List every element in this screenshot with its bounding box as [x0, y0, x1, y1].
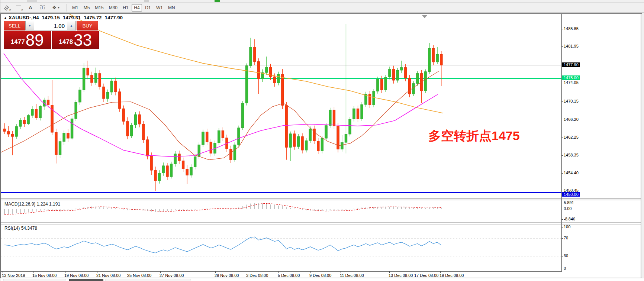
axis-tick — [33, 271, 33, 273]
axis-tick — [561, 120, 563, 120]
sell-button[interactable]: SELL — [4, 21, 25, 30]
candle-body — [416, 74, 419, 84]
axis-tick — [561, 269, 563, 269]
candle-body — [158, 173, 161, 181]
chart-window: ▲XAUUSD-,H41479.151479.311475.721477.90 … — [0, 13, 642, 278]
candle-body — [317, 141, 319, 151]
toolbar-fragment-green — [215, 0, 220, 2]
time-axis-label: 21 Nov 08:00 — [96, 273, 120, 278]
candle-body — [400, 68, 403, 70]
candle-body — [380, 79, 383, 90]
candle-body — [23, 120, 26, 124]
line-studies-toolbar: E F A T ❖▼ M1M5M15M30H1H4D1W1MN — [0, 3, 644, 13]
price-axis-label: 100 — [564, 225, 570, 229]
price-axis-label: 5.891 — [564, 200, 574, 205]
candle-body — [162, 166, 165, 173]
price-chart-canvas[interactable] — [1, 14, 643, 278]
candle-body — [341, 142, 343, 149]
timeframe-button-H4[interactable]: H4 — [132, 4, 142, 12]
timeframe-button-D1[interactable]: D1 — [143, 4, 153, 12]
candle-body — [91, 75, 93, 83]
candle-body — [389, 69, 391, 77]
candle-body — [273, 77, 276, 83]
text-label-icon[interactable]: A — [25, 4, 36, 12]
candle-body — [289, 134, 292, 148]
arrows-tool-icon[interactable]: ❖▼ — [49, 4, 64, 12]
candle-body — [325, 126, 328, 138]
candle-body — [118, 92, 121, 109]
candle-body — [35, 109, 38, 117]
buy-button[interactable]: BUY — [77, 21, 98, 30]
price-axis-label: 1454.40 — [564, 171, 579, 175]
price-axis-label: 1458.35 — [564, 153, 579, 157]
collapse-arrow-icon[interactable]: ▲ — [4, 16, 7, 20]
time-axis-label: 5 Dec 08:00 — [278, 273, 300, 278]
timeframe-button-MN[interactable]: MN — [166, 4, 177, 12]
candle-body — [329, 110, 331, 126]
axis-tick — [128, 271, 128, 273]
volume-increase-button[interactable]: ▲ — [67, 21, 76, 30]
axis-tick — [97, 271, 97, 273]
axis-tick — [561, 46, 563, 47]
candle-body — [253, 47, 256, 61]
time-axis-label: 13 Nov 2019 — [2, 273, 25, 278]
axis-tick — [561, 238, 563, 239]
ohlc-low: 1475.72 — [84, 15, 102, 20]
price-axis-label: 1470.15 — [564, 99, 579, 103]
candle-body — [206, 132, 208, 142]
timeframe-button-M5[interactable]: M5 — [81, 4, 92, 12]
candle-body — [87, 68, 89, 75]
buy-price-big: 33 — [74, 32, 92, 48]
candle-body — [146, 140, 149, 156]
candle-body — [134, 114, 137, 125]
candle-body — [377, 79, 379, 91]
candle-body — [357, 109, 359, 119]
timeframe-button-H1[interactable]: H1 — [120, 4, 131, 12]
axis-tick — [561, 83, 563, 83]
candle-body — [39, 106, 42, 118]
candle-body — [3, 129, 6, 131]
axis-tick — [561, 29, 563, 29]
candle-body — [265, 67, 268, 72]
timeframe-button-M30[interactable]: M30 — [107, 4, 120, 12]
equidistant-channel-icon[interactable]: E — [1, 4, 12, 12]
candle-body — [174, 154, 177, 164]
chart-shift-marker-icon[interactable] — [422, 15, 427, 18]
candle-body — [138, 114, 141, 124]
chart-tab[interactable] — [3, 279, 66, 281]
macd-signal-line — [4, 203, 441, 214]
candle-body — [31, 109, 33, 115]
candle-body — [293, 134, 296, 146]
price-axis-label: 1462.25 — [564, 135, 579, 139]
axis-tick — [440, 271, 441, 273]
candle-body — [130, 125, 133, 136]
sell-quote-box[interactable]: 1477 89 — [4, 31, 51, 49]
volume-input[interactable]: 1.00 — [34, 21, 67, 30]
buy-quote-box[interactable]: 1478 33 — [52, 31, 99, 49]
timeframe-button-M1[interactable]: M1 — [70, 4, 81, 12]
chart-tab-active[interactable] — [69, 279, 103, 281]
candle-body — [27, 116, 30, 124]
fibonacci-icon[interactable]: F — [13, 4, 24, 12]
candle-body — [210, 142, 212, 154]
axis-tick — [561, 191, 563, 191]
candle-body — [198, 145, 200, 156]
trading-platform-window: E F A T ❖▼ M1M5M15M30H1H4D1W1MN ▲XAUUSD-… — [0, 0, 644, 281]
axis-tick — [310, 271, 310, 273]
timeframe-button-M15[interactable]: M15 — [93, 4, 106, 12]
timeframe-bar: M1M5M15M30H1H4D1W1MN — [70, 4, 178, 12]
chart-ohlc-header: ▲XAUUSD-,H41479.151479.311475.721477.90 — [4, 15, 123, 20]
candle-body — [404, 68, 407, 78]
candle-body — [110, 81, 113, 92]
candle-body — [440, 54, 442, 65]
axis-tick — [561, 101, 563, 102]
volume-decrease-button[interactable]: ▼ — [25, 21, 34, 30]
axis-tick — [247, 271, 247, 273]
candle-body — [154, 170, 157, 181]
toolbar-fragment — [144, 0, 149, 2]
text-box-icon[interactable]: T — [37, 4, 48, 12]
price-axis-label: 1477.90 — [562, 62, 580, 67]
timeframe-button-W1[interactable]: W1 — [154, 4, 165, 12]
axis-tick — [561, 138, 563, 138]
chart-tab[interactable] — [106, 279, 191, 281]
